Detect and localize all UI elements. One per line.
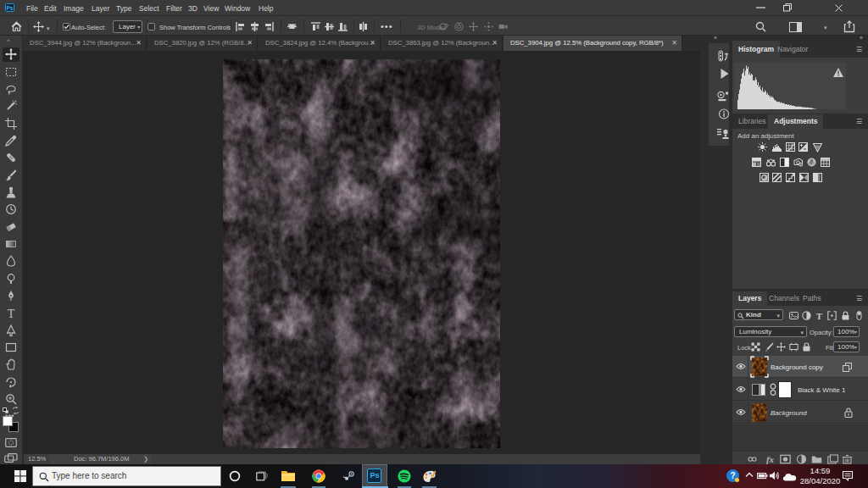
svg-text:T: T [815,311,822,320]
svg-text:fx: fx [765,454,774,464]
svg-text:T: T [8,308,15,319]
